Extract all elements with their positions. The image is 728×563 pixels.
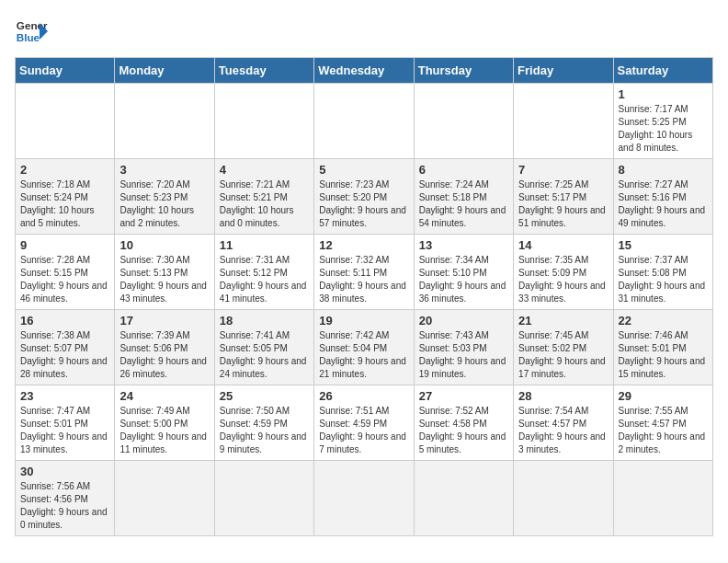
weekday-header-row: SundayMondayTuesdayWednesdayThursdayFrid… xyxy=(16,58,713,84)
calendar-cell: 23Sunrise: 7:47 AM Sunset: 5:01 PM Dayli… xyxy=(16,385,115,461)
day-info: Sunrise: 7:41 AM Sunset: 5:05 PM Dayligh… xyxy=(220,329,309,381)
calendar-cell: 28Sunrise: 7:54 AM Sunset: 4:57 PM Dayli… xyxy=(514,385,613,461)
day-info: Sunrise: 7:46 AM Sunset: 5:01 PM Dayligh… xyxy=(619,329,708,381)
day-number: 22 xyxy=(619,314,708,327)
calendar-cell xyxy=(314,461,414,536)
calendar-cell: 26Sunrise: 7:51 AM Sunset: 4:59 PM Dayli… xyxy=(314,385,414,461)
day-number: 17 xyxy=(119,314,209,327)
calendar-table: SundayMondayTuesdayWednesdayThursdayFrid… xyxy=(15,57,713,536)
calendar-cell: 7Sunrise: 7:25 AM Sunset: 5:17 PM Daylig… xyxy=(514,159,613,235)
day-info: Sunrise: 7:30 AM Sunset: 5:13 PM Dayligh… xyxy=(119,254,209,305)
day-number: 26 xyxy=(319,389,408,403)
day-number: 14 xyxy=(518,238,608,252)
calendar-cell: 15Sunrise: 7:37 AM Sunset: 5:08 PM Dayli… xyxy=(613,235,712,310)
weekday-header-friday: Friday xyxy=(514,58,613,84)
calendar-cell xyxy=(214,461,313,536)
weekday-header-monday: Monday xyxy=(115,58,214,84)
day-info: Sunrise: 7:56 AM Sunset: 4:56 PM Dayligh… xyxy=(20,480,109,532)
day-number: 24 xyxy=(119,389,209,403)
day-number: 18 xyxy=(220,314,309,327)
calendar-cell: 22Sunrise: 7:46 AM Sunset: 5:01 PM Dayli… xyxy=(613,310,712,385)
calendar-cell: 3Sunrise: 7:20 AM Sunset: 5:23 PM Daylig… xyxy=(115,159,214,235)
weekday-header-sunday: Sunday xyxy=(16,58,115,84)
weekday-header-saturday: Saturday xyxy=(613,58,712,84)
day-info: Sunrise: 7:49 AM Sunset: 5:00 PM Dayligh… xyxy=(119,405,209,456)
day-number: 30 xyxy=(20,465,109,478)
calendar-week-row: 23Sunrise: 7:47 AM Sunset: 5:01 PM Dayli… xyxy=(16,385,713,461)
calendar-cell: 16Sunrise: 7:38 AM Sunset: 5:07 PM Dayli… xyxy=(16,310,115,385)
day-info: Sunrise: 7:24 AM Sunset: 5:18 PM Dayligh… xyxy=(419,178,508,230)
day-number: 9 xyxy=(20,238,109,252)
calendar-week-row: 2Sunrise: 7:18 AM Sunset: 5:24 PM Daylig… xyxy=(16,159,713,235)
day-info: Sunrise: 7:25 AM Sunset: 5:17 PM Dayligh… xyxy=(518,178,608,230)
day-info: Sunrise: 7:20 AM Sunset: 5:23 PM Dayligh… xyxy=(119,178,209,230)
day-number: 23 xyxy=(20,389,109,403)
calendar-week-row: 9Sunrise: 7:28 AM Sunset: 5:15 PM Daylig… xyxy=(16,235,713,310)
calendar-cell: 9Sunrise: 7:28 AM Sunset: 5:15 PM Daylig… xyxy=(16,235,115,310)
calendar-cell: 4Sunrise: 7:21 AM Sunset: 5:21 PM Daylig… xyxy=(214,159,313,235)
day-info: Sunrise: 7:32 AM Sunset: 5:11 PM Dayligh… xyxy=(319,254,408,305)
calendar-cell: 6Sunrise: 7:24 AM Sunset: 5:18 PM Daylig… xyxy=(414,159,513,235)
day-number: 8 xyxy=(619,163,708,177)
day-number: 7 xyxy=(518,163,608,177)
day-info: Sunrise: 7:21 AM Sunset: 5:21 PM Dayligh… xyxy=(220,178,309,230)
calendar-cell: 20Sunrise: 7:43 AM Sunset: 5:03 PM Dayli… xyxy=(414,310,513,385)
calendar-cell: 12Sunrise: 7:32 AM Sunset: 5:11 PM Dayli… xyxy=(314,235,414,310)
calendar-cell xyxy=(115,461,214,536)
day-number: 10 xyxy=(119,238,209,252)
day-info: Sunrise: 7:27 AM Sunset: 5:16 PM Dayligh… xyxy=(619,178,708,230)
day-info: Sunrise: 7:52 AM Sunset: 4:58 PM Dayligh… xyxy=(419,405,508,456)
calendar-cell: 10Sunrise: 7:30 AM Sunset: 5:13 PM Dayli… xyxy=(115,235,214,310)
calendar-cell: 13Sunrise: 7:34 AM Sunset: 5:10 PM Dayli… xyxy=(414,235,513,310)
calendar-cell xyxy=(613,461,712,536)
day-number: 16 xyxy=(20,314,109,327)
weekday-header-wednesday: Wednesday xyxy=(314,58,414,84)
day-number: 4 xyxy=(220,163,309,177)
calendar-cell xyxy=(16,84,115,159)
day-info: Sunrise: 7:34 AM Sunset: 5:10 PM Dayligh… xyxy=(419,254,508,305)
day-number: 21 xyxy=(518,314,608,327)
day-number: 15 xyxy=(619,238,708,252)
day-number: 13 xyxy=(419,238,508,252)
day-number: 3 xyxy=(119,163,209,177)
calendar-cell: 18Sunrise: 7:41 AM Sunset: 5:05 PM Dayli… xyxy=(214,310,313,385)
weekday-header-tuesday: Tuesday xyxy=(214,58,313,84)
day-info: Sunrise: 7:23 AM Sunset: 5:20 PM Dayligh… xyxy=(319,178,408,230)
day-info: Sunrise: 7:38 AM Sunset: 5:07 PM Dayligh… xyxy=(20,329,109,381)
weekday-header-thursday: Thursday xyxy=(414,58,513,84)
day-info: Sunrise: 7:54 AM Sunset: 4:57 PM Dayligh… xyxy=(518,405,608,456)
calendar-cell: 30Sunrise: 7:56 AM Sunset: 4:56 PM Dayli… xyxy=(16,461,115,536)
day-number: 2 xyxy=(20,163,109,177)
day-info: Sunrise: 7:39 AM Sunset: 5:06 PM Dayligh… xyxy=(119,329,209,381)
day-number: 1 xyxy=(619,87,708,101)
day-number: 27 xyxy=(419,389,508,403)
calendar-cell xyxy=(115,84,214,159)
day-info: Sunrise: 7:55 AM Sunset: 4:57 PM Dayligh… xyxy=(619,405,708,456)
day-number: 20 xyxy=(419,314,508,327)
header: General Blue xyxy=(15,15,713,48)
calendar-cell: 11Sunrise: 7:31 AM Sunset: 5:12 PM Dayli… xyxy=(214,235,313,310)
day-number: 25 xyxy=(220,389,309,403)
calendar-cell: 14Sunrise: 7:35 AM Sunset: 5:09 PM Dayli… xyxy=(514,235,613,310)
calendar-week-row: 1Sunrise: 7:17 AM Sunset: 5:25 PM Daylig… xyxy=(16,84,713,159)
calendar-cell xyxy=(414,84,513,159)
day-info: Sunrise: 7:47 AM Sunset: 5:01 PM Dayligh… xyxy=(20,405,109,456)
svg-text:Blue: Blue xyxy=(17,31,40,43)
day-info: Sunrise: 7:28 AM Sunset: 5:15 PM Dayligh… xyxy=(20,254,109,305)
day-info: Sunrise: 7:17 AM Sunset: 5:25 PM Dayligh… xyxy=(619,103,708,155)
calendar-cell xyxy=(314,84,414,159)
day-info: Sunrise: 7:31 AM Sunset: 5:12 PM Dayligh… xyxy=(220,254,309,305)
day-info: Sunrise: 7:51 AM Sunset: 4:59 PM Dayligh… xyxy=(319,405,408,456)
day-info: Sunrise: 7:42 AM Sunset: 5:04 PM Dayligh… xyxy=(319,329,408,381)
calendar-cell: 27Sunrise: 7:52 AM Sunset: 4:58 PM Dayli… xyxy=(414,385,513,461)
logo-icon: General Blue xyxy=(15,15,48,48)
calendar-cell xyxy=(514,84,613,159)
calendar-week-row: 30Sunrise: 7:56 AM Sunset: 4:56 PM Dayli… xyxy=(16,461,713,536)
day-number: 28 xyxy=(518,389,608,403)
day-number: 12 xyxy=(319,238,408,252)
day-number: 29 xyxy=(619,389,708,403)
calendar-cell xyxy=(214,84,313,159)
calendar-cell: 21Sunrise: 7:45 AM Sunset: 5:02 PM Dayli… xyxy=(514,310,613,385)
calendar-cell: 25Sunrise: 7:50 AM Sunset: 4:59 PM Dayli… xyxy=(214,385,313,461)
day-number: 11 xyxy=(220,238,309,252)
